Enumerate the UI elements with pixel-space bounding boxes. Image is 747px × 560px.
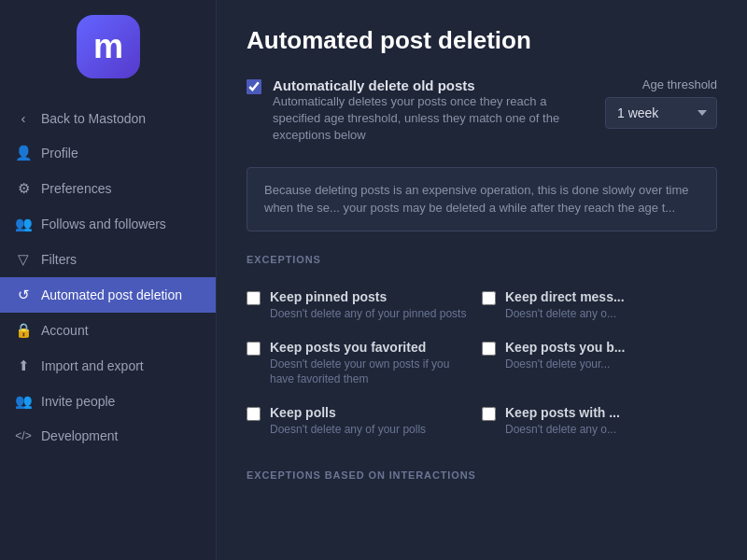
follows-icon: 👥 [15, 216, 32, 232]
main-content: Automated post deletion Automatically de… [217, 0, 747, 560]
sidebar-item-label: Follows and followers [41, 217, 166, 231]
keep-posts-with-checkbox[interactable] [482, 407, 496, 421]
keep-posts-with-desc: Doesn't delete any o... [505, 423, 620, 438]
sidebar: m ‹ Back to Mastodon 👤 Profile ⚙ Prefere… [0, 0, 217, 560]
page-title: Automated post deletion [247, 26, 717, 55]
keep-polls-desc: Doesn't delete any of your polls [270, 423, 426, 438]
sidebar-item-label: Profile [41, 146, 78, 161]
keep-posts-with-checkbox-wrapper [482, 407, 496, 424]
age-threshold-label: Age threshold [605, 77, 717, 91]
keep-direct-label: Keep direct mess... [505, 289, 625, 304]
keep-posts-b-label: Keep posts you b... [505, 340, 625, 355]
auto-delete-left: Automatically delete old posts Automatic… [247, 77, 586, 152]
keep-direct-desc: Doesn't delete any o... [505, 307, 625, 322]
sidebar-item-invite-people[interactable]: 👥 Invite people [0, 384, 216, 419]
sidebar-item-profile[interactable]: 👤 Profile [0, 135, 216, 171]
preferences-icon: ⚙ [15, 180, 32, 197]
keep-pinned-checkbox[interactable] [247, 291, 261, 305]
auto-delete-description: Automatically deletes your posts once th… [273, 93, 586, 145]
keep-posts-b-desc: Doesn't delete your... [505, 357, 625, 372]
exceptions-grid: Keep pinned posts Doesn't delete any of … [247, 280, 717, 447]
auto-delete-checkbox-wrapper [247, 79, 261, 97]
keep-favorited-label: Keep posts you favorited [270, 340, 467, 355]
sidebar-item-label: Back to Mastodon [41, 111, 146, 126]
age-threshold-select[interactable]: 1 week 2 weeks 1 month 3 months 6 months… [605, 97, 717, 129]
development-icon: </> [15, 429, 32, 442]
keep-direct-text: Keep direct mess... Doesn't delete any o… [505, 289, 625, 322]
auto-delete-label[interactable]: Automatically delete old posts [273, 77, 475, 93]
auto-delete-icon: ↺ [15, 287, 32, 303]
sidebar-item-filters[interactable]: ▽ Filters [0, 242, 216, 277]
keep-polls-text: Keep polls Doesn't delete any of your po… [270, 405, 426, 438]
auto-delete-info: Automatically delete old posts Automatic… [273, 77, 586, 145]
keep-polls-label: Keep polls [270, 405, 426, 420]
keep-direct-checkbox-wrapper [482, 291, 496, 308]
mastodon-logo: m [77, 15, 140, 78]
profile-icon: 👤 [15, 145, 32, 161]
sidebar-item-import-and-export[interactable]: ⬆ Import and export [0, 348, 216, 384]
sidebar-item-preferences[interactable]: ⚙ Preferences [0, 171, 216, 206]
exception-keep-favorited: Keep posts you favorited Doesn't delete … [247, 330, 482, 396]
sidebar-item-label: Filters [41, 252, 77, 267]
sidebar-item-automated-post-deletion[interactable]: ↺ Automated post deletion [0, 277, 216, 313]
keep-pinned-checkbox-wrapper [247, 291, 261, 308]
keep-favorited-checkbox-wrapper [247, 342, 261, 358]
keep-posts-b-checkbox-wrapper [482, 342, 496, 358]
exception-keep-posts-b: Keep posts you b... Doesn't delete your.… [482, 330, 717, 396]
keep-direct-checkbox[interactable] [482, 291, 496, 305]
account-icon: 🔒 [15, 322, 32, 339]
filters-icon: ▽ [15, 251, 32, 268]
keep-posts-b-text: Keep posts you b... Doesn't delete your.… [505, 340, 625, 372]
sidebar-item-follows-and-followers[interactable]: 👥 Follows and followers [0, 206, 216, 242]
notice-box: Because deleting posts is an expensive o… [247, 167, 717, 231]
keep-polls-checkbox[interactable] [247, 407, 261, 421]
keep-posts-b-checkbox[interactable] [482, 342, 496, 356]
import-icon: ⬆ [15, 357, 32, 374]
sidebar-item-label: Development [41, 428, 119, 443]
keep-pinned-label: Keep pinned posts [270, 289, 466, 304]
interactions-header: EXCEPTIONS BASED ON INTERACTIONS [247, 469, 717, 481]
keep-favorited-desc: Doesn't delete your own posts if you hav… [270, 357, 467, 386]
keep-favorited-checkbox[interactable] [247, 342, 261, 356]
age-threshold-block: Age threshold 1 week 2 weeks 1 month 3 m… [605, 77, 717, 129]
sidebar-nav: ‹ Back to Mastodon 👤 Profile ⚙ Preferenc… [0, 101, 216, 560]
back-icon: ‹ [15, 110, 32, 126]
sidebar-item-label: Account [41, 323, 89, 338]
keep-polls-checkbox-wrapper [247, 407, 261, 424]
exception-keep-direct: Keep direct mess... Doesn't delete any o… [482, 280, 717, 331]
exceptions-header: EXCEPTIONS [247, 254, 717, 265]
exception-keep-posts-with: Keep posts with ... Doesn't delete any o… [482, 396, 717, 447]
sidebar-item-back-to-mastodon[interactable]: ‹ Back to Mastodon [0, 101, 216, 135]
keep-pinned-desc: Doesn't delete any of your pinned posts [270, 307, 466, 322]
invite-icon: 👥 [15, 393, 32, 410]
sidebar-item-label: Preferences [41, 181, 111, 196]
auto-delete-row: Automatically delete old posts Automatic… [247, 77, 586, 145]
keep-posts-with-label: Keep posts with ... [505, 405, 620, 420]
keep-posts-with-text: Keep posts with ... Doesn't delete any o… [505, 405, 620, 438]
keep-favorited-text: Keep posts you favorited Doesn't delete … [270, 340, 467, 386]
sidebar-item-account[interactable]: 🔒 Account [0, 313, 216, 348]
logo-area: m [0, 0, 216, 93]
exception-keep-pinned: Keep pinned posts Doesn't delete any of … [247, 280, 482, 331]
sidebar-item-development[interactable]: </> Development [0, 419, 216, 453]
sidebar-item-label: Automated post deletion [41, 287, 182, 302]
auto-delete-checkbox[interactable] [247, 79, 261, 94]
sidebar-item-label: Import and export [41, 358, 144, 373]
sidebar-item-label: Invite people [41, 394, 115, 409]
auto-delete-section: Automatically delete old posts Automatic… [247, 77, 717, 152]
keep-pinned-text: Keep pinned posts Doesn't delete any of … [270, 289, 466, 322]
exception-keep-polls: Keep polls Doesn't delete any of your po… [247, 396, 482, 447]
